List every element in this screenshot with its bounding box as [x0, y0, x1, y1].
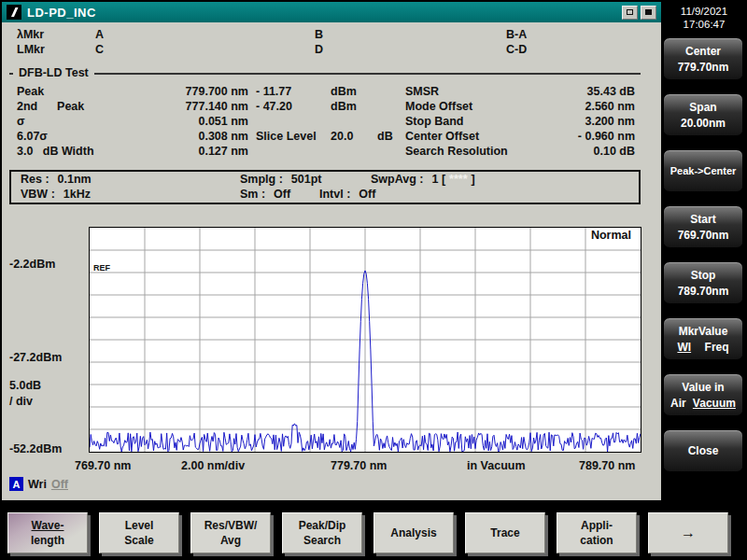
- measure-cell: SMSR: [405, 84, 545, 99]
- fnkey-more-arrow[interactable]: →: [648, 512, 728, 553]
- measurement-results-left: Peak 779.700 nm - 11.77 dBm 2nd Peak 777…: [17, 84, 415, 159]
- function-key-row: Wave-length LevelScale Res/VBW/Avg Peak/…: [7, 512, 728, 553]
- measure-cell: 0.127 nm: [155, 144, 248, 159]
- analysis-group-title: DFB-LD Test: [13, 66, 94, 79]
- measure-cell: [331, 144, 377, 159]
- value-in-vacuum-option[interactable]: Vacuum: [693, 397, 736, 410]
- measure-cell: - 47.20: [248, 99, 331, 114]
- x-axis-div-label: 2.00 nm/div: [181, 459, 245, 472]
- fnkey-level-scale[interactable]: LevelScale: [99, 512, 179, 553]
- marker-c: C: [95, 43, 104, 56]
- sweep-settings-box: Res :0.1nm Smplg :501pt SwpAvg :1 [****]…: [9, 170, 641, 204]
- measure-cell: 3.0 dB Width: [17, 144, 155, 159]
- y-axis-scale-label: 5.0dB: [9, 379, 41, 392]
- anritsu-logo-icon: [7, 5, 21, 20]
- fnkey-peak-dip-search[interactable]: Peak/DipSearch: [282, 512, 362, 553]
- measure-cell: Slice Level: [248, 129, 331, 144]
- spectrum-plot: Normal REF: [89, 227, 641, 453]
- measure-cell: 777.140 nm: [155, 99, 248, 114]
- marker-b-a: B-A: [506, 28, 527, 41]
- measure-cell: - 0.960 nm: [545, 129, 635, 144]
- sampling-setting: Smplg :501pt: [240, 173, 322, 186]
- window-title: LD-PD_INC: [27, 6, 96, 20]
- window-buttons: [622, 6, 656, 20]
- measure-cell: 0.10 dB: [545, 144, 635, 159]
- measure-cell: 0.051 nm: [155, 114, 248, 129]
- trace-write-label: Wri: [28, 478, 47, 491]
- softkey-close[interactable]: Close: [663, 429, 743, 472]
- measure-cell: [248, 114, 331, 129]
- window-minimize-icon[interactable]: [641, 6, 656, 20]
- osa-screen: LD-PD_INC 11/9/2021 17:06:47 λMkr A B B-…: [0, 0, 747, 560]
- time-label: 17:06:47: [663, 18, 745, 31]
- y-axis-top-label: -2.2dBm: [9, 258, 55, 271]
- marker-c-d: C-D: [506, 43, 527, 56]
- softkey-center[interactable]: Center779.70nm: [663, 37, 743, 80]
- fnkey-res-vbw-avg[interactable]: Res/VBW/Avg: [190, 512, 271, 553]
- measure-cell: 20.0: [331, 129, 377, 144]
- fnkey-analysis[interactable]: Analysis: [374, 512, 454, 553]
- y-axis-mid-label: -27.2dBm: [9, 351, 62, 364]
- res-setting: Res :0.1nm: [21, 173, 92, 186]
- marker-row-wavelength: λMkr A B B-A: [2, 28, 661, 43]
- sweep-mode-label: Normal: [591, 229, 631, 242]
- main-panel: λMkr A B B-A LMkr C D C-D DFB-LD Test Pe…: [2, 22, 661, 500]
- spectrum-trace-svg: [90, 228, 641, 452]
- smoothing-setting: Sm :Off: [240, 188, 290, 201]
- y-axis-scale-unit-label: / div: [9, 395, 33, 408]
- titlebar: LD-PD_INC: [2, 2, 661, 22]
- softkey-column: Center779.70nm Span20.00nm Peak->Center …: [663, 37, 743, 472]
- marker-b: B: [315, 28, 323, 41]
- sweep-average-setting: SwpAvg :1 [****]: [371, 173, 475, 186]
- date-label: 11/9/2021: [663, 5, 745, 18]
- measure-cell: 2nd Peak: [17, 99, 155, 114]
- trace-off-label: Off: [51, 478, 68, 491]
- softkey-stop[interactable]: Stop789.70nm: [663, 261, 743, 304]
- window-restore-icon[interactable]: [622, 6, 638, 20]
- softkey-marker-value[interactable]: MkrValue Wl Freq: [663, 317, 743, 360]
- measure-cell: 779.700 nm: [155, 84, 248, 99]
- fnkey-trace[interactable]: Trace: [465, 512, 545, 553]
- fnkey-wavelength[interactable]: Wave-length: [7, 512, 88, 553]
- level-marker-label: LMkr: [17, 43, 45, 56]
- measure-cell: 6.07σ: [17, 129, 155, 144]
- ref-level-label: REF: [93, 263, 110, 273]
- x-axis-start-label: 769.70 nm: [75, 459, 131, 472]
- marker-value-wl-option[interactable]: Wl: [677, 341, 691, 354]
- measurement-results-right: SMSR 35.43 dB Mode Offset 2.560 nm Stop …: [405, 84, 635, 159]
- marker-value-freq-option[interactable]: Freq: [705, 341, 729, 354]
- measure-cell: Stop Band: [405, 114, 545, 129]
- trace-a-badge: A: [9, 477, 23, 491]
- softkey-span[interactable]: Span20.00nm: [663, 93, 743, 136]
- measure-cell: Center Offset: [405, 129, 545, 144]
- analysis-group-divider: DFB-LD Test: [9, 73, 641, 75]
- marker-a: A: [95, 28, 104, 41]
- measure-cell: Mode Offset: [405, 99, 545, 114]
- marker-d: D: [315, 43, 323, 56]
- interval-setting: Intvl :Off: [319, 188, 375, 201]
- measure-cell: dBm: [331, 99, 377, 114]
- softkey-peak-to-center[interactable]: Peak->Center: [663, 149, 743, 192]
- measure-cell: 0.308 nm: [155, 129, 248, 144]
- measure-cell: dBm: [331, 84, 377, 99]
- vbw-setting: VBW :1kHz: [21, 188, 91, 201]
- measure-cell: Peak: [17, 84, 155, 99]
- value-in-air-option[interactable]: Air: [670, 397, 686, 410]
- x-axis-medium-label: in Vacuum: [467, 459, 526, 472]
- measure-cell: σ: [17, 114, 155, 129]
- measure-cell: Search Resolution: [405, 144, 545, 159]
- x-axis-center-label: 779.70 nm: [331, 459, 387, 472]
- measure-cell: - 11.77: [248, 84, 331, 99]
- trace-status: A Wri Off: [9, 477, 68, 491]
- measure-cell: 35.43 dB: [545, 84, 635, 99]
- softkey-value-in[interactable]: Value in Air Vacuum: [663, 373, 743, 416]
- y-axis-bottom-label: -52.2dBm: [9, 442, 62, 455]
- measure-cell: 3.200 nm: [545, 114, 635, 129]
- fnkey-application[interactable]: Appli-cation: [557, 512, 637, 553]
- datetime-panel: 11/9/2021 17:06:47: [663, 5, 745, 31]
- lambda-marker-label: λMkr: [17, 28, 44, 41]
- measure-cell: 2.560 nm: [545, 99, 635, 114]
- measure-cell: [331, 114, 377, 129]
- softkey-start[interactable]: Start769.70nm: [663, 205, 743, 248]
- marker-row-level: LMkr C D C-D: [2, 43, 661, 58]
